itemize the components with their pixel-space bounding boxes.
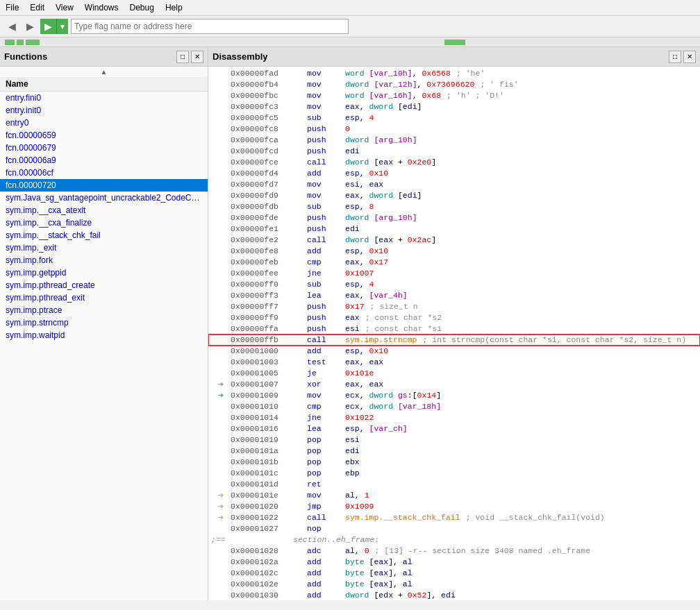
disassembly-row[interactable]: 0x00000fdepushdword [arg_10h] bbox=[208, 212, 700, 223]
progress-segment bbox=[5, 40, 15, 45]
disassembly-row[interactable]: 0x00001028adcal, 0; [13] -r-- section si… bbox=[208, 545, 700, 557]
play-button-group: ▶ ▼ bbox=[40, 19, 68, 34]
collapse-arrow[interactable]: ▲ bbox=[0, 67, 208, 77]
disassembly-row[interactable]: 0x00000fcecalldword [eax + 0x2e0] bbox=[208, 157, 700, 168]
menu-file[interactable]: File bbox=[0, 1, 24, 14]
disassembly-row[interactable]: 0x00000fd7movesi, eax bbox=[208, 179, 700, 190]
toolbar: ◀ ▶ ▶ ▼ bbox=[0, 16, 700, 37]
disassembly-row[interactable]: 0x00000ff3leaeax, [var_4h] bbox=[208, 290, 700, 301]
function-list-item[interactable]: fcn.00000659 bbox=[0, 129, 208, 142]
disassembly-row[interactable]: 0x00001030adddword [edx + 0x52], edi bbox=[208, 590, 700, 600]
disassembly-row[interactable]: 0x00000ffbcallsym.imp.strncmp; int strnc… bbox=[208, 334, 700, 346]
function-list-item[interactable]: sym.imp.fork bbox=[0, 254, 208, 266]
menu-windows[interactable]: Windows bbox=[79, 1, 124, 14]
disassembly-row[interactable]: 0x00000fe1pushedi bbox=[208, 223, 700, 235]
disassembly-panel-controls: □ ✕ bbox=[669, 51, 696, 63]
menu-edit[interactable]: Edit bbox=[24, 1, 50, 14]
function-list-item[interactable]: fcn.000006cf bbox=[0, 167, 208, 179]
menu-debug[interactable]: Debug bbox=[124, 1, 160, 14]
functions-panel-title: Functions bbox=[4, 51, 47, 62]
disassembly-row[interactable]: ;==section..eh_frame: bbox=[208, 534, 700, 545]
disassembly-row[interactable]: 0x0000102caddbyte [eax], al bbox=[208, 568, 700, 579]
disassembly-row[interactable]: 0x00000fbcmovword [var_16h], 0x68; 'h' ;… bbox=[208, 90, 700, 101]
function-list-item[interactable]: sym.imp.waitpid bbox=[0, 329, 208, 341]
progress-bar-area bbox=[0, 37, 700, 47]
disassembly-row[interactable]: ➔0x00001022callsym.imp.__stack_chk_fail;… bbox=[208, 512, 700, 523]
function-list-item[interactable]: sym.Java_sg_vantagepoint_uncrackable2_Co… bbox=[0, 192, 208, 204]
disassembly-row[interactable]: 0x0000101dret bbox=[208, 479, 700, 490]
disassembly-row[interactable]: 0x00000feejne0x1007 bbox=[208, 268, 700, 279]
progress-segment bbox=[17, 40, 24, 45]
function-list-item[interactable]: sym.imp.pthread_exit bbox=[0, 291, 208, 304]
main-content: Functions □ ✕ ▲ Name entry.fini0entry.in… bbox=[0, 47, 700, 600]
menu-view[interactable]: View bbox=[50, 1, 79, 14]
disassembly-row[interactable]: 0x00000fb4movdword [var_12h], 0x73696620… bbox=[208, 79, 700, 90]
disassembly-content[interactable]: 0x00000fadmovword [var_10h], 0x6568; 'he… bbox=[208, 67, 700, 600]
disassembly-row[interactable]: ➔0x00001009movecx, dword gs:[0x14] bbox=[208, 390, 700, 401]
function-list-item[interactable]: entry0 bbox=[0, 117, 208, 129]
function-list-item[interactable]: sym.imp.getppid bbox=[0, 266, 208, 279]
disassembly-row[interactable]: 0x0000101apopedi bbox=[208, 446, 700, 457]
function-list-item[interactable]: sym.imp.ptrace bbox=[0, 304, 208, 316]
disassembly-row[interactable]: 0x00000fe2calldword [eax + 0x2ac] bbox=[208, 235, 700, 246]
disassembly-row[interactable]: 0x00001003testeax, eax bbox=[208, 357, 700, 368]
disassembly-row[interactable]: 0x0000101bpopebx bbox=[208, 457, 700, 468]
function-list-item[interactable]: entry.init0 bbox=[0, 104, 208, 117]
disassembly-row[interactable]: 0x00000fd9moveax, dword [edi] bbox=[208, 190, 700, 201]
disassembly-row[interactable]: 0x00000fdbsubesp, 8 bbox=[208, 201, 700, 212]
disassembly-row[interactable]: 0x00001010cmpecx, dword [var_18h] bbox=[208, 401, 700, 412]
forward-button[interactable]: ▶ bbox=[22, 19, 38, 34]
function-list-item[interactable]: fcn.00000720 bbox=[0, 179, 208, 192]
disassembly-row[interactable]: ➔0x00001020jmp0x1009 bbox=[208, 501, 700, 512]
back-button[interactable]: ◀ bbox=[4, 19, 19, 34]
maximize-button[interactable]: □ bbox=[176, 51, 189, 63]
disassembly-row[interactable]: 0x0000102aaddbyte [eax], al bbox=[208, 557, 700, 568]
disassembly-row[interactable]: 0x00000fadmovword [var_10h], 0x6568; 'he… bbox=[208, 68, 700, 79]
search-input[interactable] bbox=[71, 19, 349, 34]
disassembly-row[interactable]: 0x00000febcmpeax, 0x17 bbox=[208, 257, 700, 268]
function-list-item[interactable]: sym.imp.__cxa_atexit bbox=[0, 204, 208, 217]
disassembly-row[interactable]: 0x00000ffapushesi; const char *s1 bbox=[208, 323, 700, 334]
disassembly-row[interactable]: ➔0x00001007xoreax, eax bbox=[208, 379, 700, 390]
disassembly-close-button[interactable]: ✕ bbox=[683, 51, 696, 63]
disassembly-header: Disassembly □ ✕ bbox=[208, 47, 700, 67]
function-list-item[interactable]: sym.imp.strncmp bbox=[0, 316, 208, 329]
disassembly-row[interactable]: 0x0000102eaddbyte [eax], al bbox=[208, 579, 700, 590]
function-list-item[interactable]: fcn.000006a9 bbox=[0, 154, 208, 167]
disassembly-row[interactable]: 0x00000ff0subesp, 4 bbox=[208, 279, 700, 290]
disassembly-maximize-button[interactable]: □ bbox=[669, 51, 681, 63]
function-list-item[interactable]: fcn.00000679 bbox=[0, 142, 208, 154]
functions-list: entry.fini0entry.init0entry0fcn.00000659… bbox=[0, 92, 208, 600]
disassembly-panel: Disassembly □ ✕ 0x00000fadmovword [var_1… bbox=[208, 47, 700, 600]
function-list-item[interactable]: entry.fini0 bbox=[0, 92, 208, 104]
function-list-item[interactable]: sym.imp.__stack_chk_fail bbox=[0, 229, 208, 242]
disassembly-row[interactable]: 0x00000ff9pusheax; const char *s2 bbox=[208, 312, 700, 323]
disassembly-row[interactable]: 0x00000fc3moveax, dword [edi] bbox=[208, 101, 700, 112]
disassembly-row[interactable]: ➔0x0000101emoval, 1 bbox=[208, 490, 700, 501]
disassembly-row[interactable]: 0x00001005je0x101e bbox=[208, 368, 700, 379]
disassembly-row[interactable]: 0x00000fcapushdword [arg_10h] bbox=[208, 135, 700, 146]
disassembly-row[interactable]: 0x0000101cpopebp bbox=[208, 468, 700, 479]
disassembly-row[interactable]: 0x00001014jne0x1022 bbox=[208, 412, 700, 423]
close-panel-button[interactable]: ✕ bbox=[191, 51, 203, 63]
disassembly-row[interactable]: 0x00001027nop bbox=[208, 523, 700, 534]
disassembly-row[interactable]: 0x00000fd4addesp, 0x10 bbox=[208, 168, 700, 179]
progress-segment bbox=[444, 40, 465, 45]
functions-header: Functions □ ✕ bbox=[0, 47, 208, 67]
disassembly-row[interactable]: 0x00000fcdpushedi bbox=[208, 146, 700, 157]
disassembly-row[interactable]: 0x00000ff7push0x17; size_t n bbox=[208, 301, 700, 312]
function-list-item[interactable]: sym.imp.pthread_create bbox=[0, 279, 208, 291]
function-list-item[interactable]: sym.imp.__cxa_finalize bbox=[0, 217, 208, 229]
disassembly-row[interactable]: 0x00000fc8push0 bbox=[208, 124, 700, 135]
menu-help[interactable]: Help bbox=[160, 1, 188, 14]
panel-controls: □ ✕ bbox=[176, 51, 203, 63]
disassembly-row[interactable]: 0x00001000addesp, 0x10 bbox=[208, 346, 700, 357]
disassembly-row[interactable]: 0x00000fe8addesp, 0x10 bbox=[208, 246, 700, 257]
disassembly-row[interactable]: 0x00001019popesi bbox=[208, 434, 700, 446]
play-dropdown[interactable]: ▼ bbox=[56, 19, 68, 34]
function-list-item[interactable]: sym.imp._exit bbox=[0, 242, 208, 254]
play-button[interactable]: ▶ bbox=[40, 19, 56, 34]
disassembly-row[interactable]: 0x00001016leaesp, [var_ch] bbox=[208, 423, 700, 434]
disassembly-row[interactable]: 0x00000fc5subesp, 4 bbox=[208, 112, 700, 124]
progress-segment bbox=[26, 40, 40, 45]
